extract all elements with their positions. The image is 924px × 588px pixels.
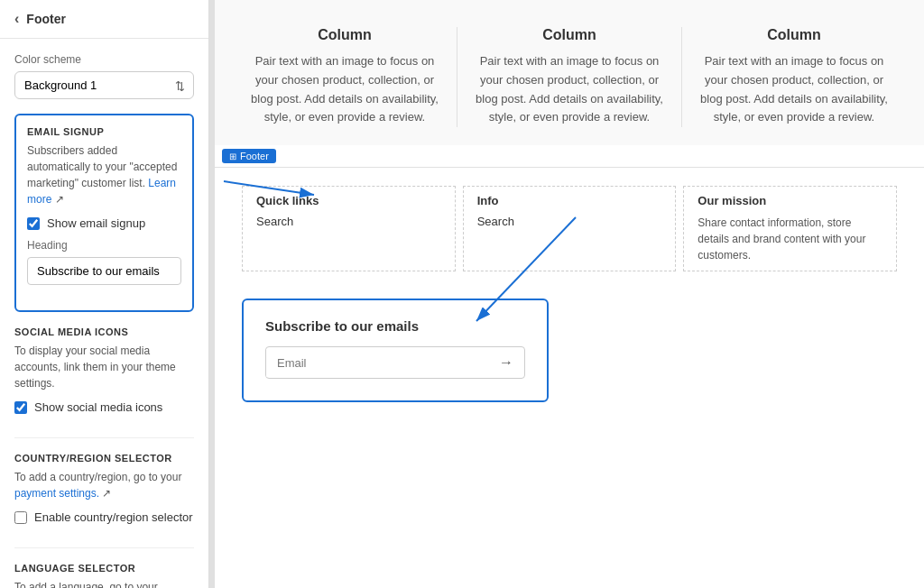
- show-email-label[interactable]: Show email signup: [47, 216, 145, 230]
- footer-badge: ⊞ Footer: [222, 149, 276, 163]
- column-2: Column Pair text with an image to focus …: [457, 27, 682, 127]
- settings-panel: ‹ Footer Color scheme Background 1 Backg…: [0, 0, 209, 588]
- our-mission-title: Our mission: [698, 187, 882, 207]
- heading-input[interactable]: [27, 257, 181, 285]
- panel-title: Footer: [26, 12, 66, 26]
- footer-columns-row: Quick links Search Info Search Our missi…: [242, 186, 897, 271]
- footer-badge-text: Footer: [240, 151, 269, 161]
- color-scheme-select-wrapper: Background 1 Background 2 Accent 1 Accen…: [14, 71, 194, 99]
- back-button[interactable]: ‹: [14, 11, 19, 27]
- footer-badge-icon: ⊞: [229, 152, 236, 161]
- email-signup-title: EMAIL SIGNUP: [27, 126, 181, 137]
- quick-links-search: Search: [256, 215, 441, 235]
- footer-label-bar: ⊞ Footer: [215, 145, 924, 168]
- email-signup-description: Subscribers added automatically to your …: [27, 142, 181, 207]
- heading-field-group: Heading: [27, 239, 181, 285]
- footer-preview-area: ⊞ Footer Quick links Search Info Search …: [215, 145, 924, 588]
- payment-link-icon: ↗: [102, 487, 111, 500]
- footer-info: Info Search: [463, 186, 677, 271]
- subscribe-title: Subscribe to our emails: [265, 318, 525, 334]
- show-social-label[interactable]: Show social media icons: [34, 400, 162, 414]
- column-3-desc: Pair text with an image to focus on your…: [700, 52, 888, 127]
- enable-country-row: Enable country/region selector: [14, 510, 194, 524]
- column-1-desc: Pair text with an image to focus on your…: [251, 52, 439, 127]
- payment-settings-link[interactable]: payment settings.: [14, 487, 99, 500]
- column-1: Column Pair text with an image to focus …: [233, 27, 457, 127]
- subscribe-box: Subscribe to our emails →: [242, 299, 549, 402]
- columns-area: Column Pair text with an image to focus …: [215, 0, 924, 145]
- panel-content: Color scheme Background 1 Background 2 A…: [0, 39, 208, 588]
- info-title: Info: [477, 187, 662, 207]
- enable-country-checkbox[interactable]: [14, 511, 27, 524]
- country-region-description: To add a country/region, go to your paym…: [14, 469, 194, 501]
- column-2-desc: Pair text with an image to focus on your…: [476, 52, 663, 127]
- info-search: Search: [477, 215, 662, 235]
- show-email-signup-row: Show email signup: [27, 216, 181, 230]
- heading-label: Heading: [27, 239, 181, 252]
- language-description: To add a language, go to your language s…: [14, 579, 194, 588]
- country-region-section: COUNTRY/REGION SELECTOR To add a country…: [14, 453, 194, 548]
- enable-country-label[interactable]: Enable country/region selector: [34, 510, 193, 524]
- column-2-title: Column: [476, 27, 663, 43]
- social-media-title: SOCIAL MEDIA ICONS: [14, 326, 194, 337]
- email-submit-button[interactable]: →: [488, 347, 524, 378]
- column-1-title: Column: [251, 27, 439, 43]
- color-scheme-select[interactable]: Background 1 Background 2 Accent 1 Accen…: [14, 71, 194, 99]
- our-mission-desc: Share contact information, store details…: [698, 215, 882, 271]
- show-social-row: Show social media icons: [14, 400, 194, 414]
- email-signup-section: EMAIL SIGNUP Subscribers added automatic…: [14, 114, 194, 312]
- country-region-title: COUNTRY/REGION SELECTOR: [14, 453, 194, 464]
- panel-header: ‹ Footer: [0, 0, 208, 39]
- email-input-row: →: [265, 346, 525, 379]
- footer-quick-links: Quick links Search: [242, 186, 456, 271]
- language-selector-title: LANGUAGE SELECTOR: [14, 563, 194, 574]
- email-input[interactable]: [266, 349, 488, 377]
- footer-inner: Quick links Search Info Search Our missi…: [215, 168, 924, 420]
- show-social-checkbox[interactable]: [14, 401, 27, 414]
- footer-our-mission: Our mission Share contact information, s…: [683, 186, 897, 271]
- quick-links-title: Quick links: [256, 187, 441, 207]
- color-scheme-label: Color scheme: [14, 53, 194, 66]
- color-scheme-group: Color scheme Background 1 Background 2 A…: [14, 53, 194, 99]
- show-email-checkbox[interactable]: [27, 217, 40, 230]
- language-selector-section: LANGUAGE SELECTOR To add a language, go …: [14, 563, 194, 588]
- column-3: Column Pair text with an image to focus …: [682, 27, 906, 127]
- social-media-description: To display your social media accounts, l…: [14, 343, 194, 391]
- social-media-section: SOCIAL MEDIA ICONS To display your socia…: [14, 326, 194, 438]
- external-link-icon: ↗: [55, 193, 64, 206]
- column-3-title: Column: [700, 27, 888, 43]
- preview-panel: Column Pair text with an image to focus …: [215, 0, 924, 588]
